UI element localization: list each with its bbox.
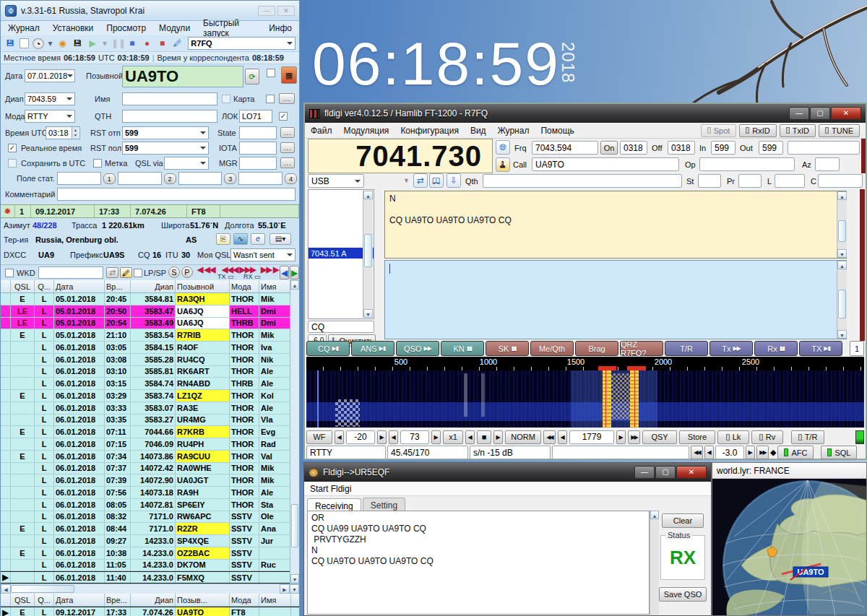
c-field[interactable] bbox=[818, 174, 863, 188]
calculator-button[interactable]: ▦ bbox=[281, 66, 297, 84]
column-header-date[interactable]: Дата bbox=[54, 594, 105, 606]
scroll-right-icon[interactable]: ▶ bbox=[493, 430, 503, 444]
table-row[interactable]: L06.01.201807:5614073.18RA9HTHORAle bbox=[1, 487, 299, 499]
stat-field-1[interactable] bbox=[57, 172, 101, 185]
rx-text-pane[interactable]: N CQ UA9TO UA9TO UA9TO CQ bbox=[384, 191, 847, 259]
macro-button-qrzr7fq[interactable]: QRZ R7FQ? bbox=[620, 341, 663, 356]
scroll-down-icon[interactable]: ▼ bbox=[363, 309, 373, 318]
lock-toggle[interactable]: Lk bbox=[717, 430, 749, 444]
gain-up-icon[interactable]: ▶ bbox=[377, 430, 387, 444]
close-button[interactable]: ✕ bbox=[831, 107, 861, 120]
macro-button-kn[interactable]: KN▮▮ bbox=[441, 341, 484, 356]
close-button[interactable]: ✕ bbox=[277, 6, 295, 16]
toggle-spot[interactable]: Spot bbox=[701, 124, 737, 137]
column-header-freq[interactable]: Диап bbox=[131, 594, 176, 606]
column-header-q[interactable]: Q... bbox=[35, 594, 54, 606]
menu-item-3[interactable]: Модули bbox=[159, 23, 190, 33]
scroll-up-icon[interactable]: ▲ bbox=[290, 280, 299, 290]
call-field[interactable]: UA9TO bbox=[532, 157, 679, 171]
stat-field-3[interactable] bbox=[178, 172, 223, 185]
waterfall-display[interactable] bbox=[306, 370, 864, 428]
toggle-tune[interactable]: TUNE bbox=[819, 124, 860, 137]
table-row[interactable]: ▶EL09.12.201717:337.074.26UA9TOFT8 bbox=[1, 607, 299, 616]
table-row[interactable]: L06.01.201808:327171.0RW6APCSSTVOle bbox=[1, 511, 299, 524]
loop-button[interactable]: ⇄ bbox=[106, 267, 118, 278]
maximize-button[interactable]: ▢ bbox=[810, 107, 830, 120]
column-header-call[interactable]: Позыв... bbox=[176, 594, 230, 606]
macro-button-tx[interactable]: TX▶▮ bbox=[799, 341, 842, 356]
stat-button-3[interactable]: 3 bbox=[224, 173, 236, 184]
freq-down-fast-icon[interactable]: ◀◀ bbox=[543, 430, 556, 444]
s-button[interactable]: S bbox=[168, 266, 180, 278]
table-row[interactable]: EL06.01.201810:3814.233.0OZ2BACSSTV bbox=[1, 547, 299, 560]
map-checkbox-left[interactable] bbox=[222, 95, 230, 103]
bridge-scrollbar[interactable]: ▲ bbox=[650, 511, 659, 615]
macro-button-qso[interactable]: QSO▶▶ bbox=[396, 341, 439, 356]
fldigi-titlebar[interactable]: fldigi ver4.0.12.5 / Hamlib FT-1200 - R7… bbox=[305, 104, 866, 123]
scroll-up-icon[interactable]: ▲ bbox=[837, 261, 847, 269]
rst-out-field[interactable]: 599 bbox=[759, 141, 783, 155]
table-row[interactable]: EL05.01.201820:453584.81RA3QHTHORMik bbox=[1, 293, 299, 305]
macro-button-tr[interactable]: T/R bbox=[665, 341, 708, 356]
freq-up-fast-icon[interactable]: ▶▶ bbox=[628, 430, 640, 444]
column-header-qsl[interactable]: QSL bbox=[11, 594, 35, 606]
macro-button-rx[interactable]: Rx▮▮ bbox=[754, 341, 798, 356]
mgr-field[interactable] bbox=[239, 157, 277, 170]
scroll-right-icon[interactable]: ▶ bbox=[280, 584, 290, 594]
state-more-button[interactable]: ... bbox=[280, 127, 295, 138]
rig-combo-arrow-icon[interactable]: ▼ bbox=[403, 177, 410, 184]
qth-field[interactable] bbox=[122, 110, 217, 123]
fldigi-menu-4[interactable]: Журнал bbox=[498, 126, 530, 136]
locator-field[interactable]: LO71 bbox=[239, 110, 272, 123]
locator-checkbox[interactable]: ✓ bbox=[279, 112, 288, 121]
table-row[interactable]: EL06.01.201807:3414073.86RA9CUUTHORVal bbox=[1, 451, 299, 463]
column-header-date[interactable]: Дата bbox=[54, 280, 105, 292]
column-header-mode[interactable]: Мода bbox=[230, 594, 259, 606]
tx-text-pane[interactable] bbox=[384, 260, 847, 339]
speed-button[interactable]: NORM bbox=[505, 430, 541, 444]
table-row[interactable]: L06.01.201809:2714233.0SP4XQESSTVJur bbox=[1, 535, 299, 547]
store-button[interactable]: Store bbox=[679, 430, 715, 444]
az-field[interactable] bbox=[815, 157, 840, 171]
macro-button-cq[interactable]: CQ▶▮ bbox=[306, 341, 350, 356]
audio-freq-field[interactable]: 1779 bbox=[569, 430, 614, 444]
nav-next-icon[interactable]: ▶▶ ▶ bbox=[261, 265, 278, 274]
globe-view[interactable]: UA9TO bbox=[712, 479, 866, 615]
tx-scrollbar[interactable]: ▲ ▼ bbox=[837, 261, 847, 339]
save-qso-button[interactable]: Save QSO bbox=[659, 587, 707, 602]
table-row[interactable]: L06.01.201807:157046.09RU4PHTHORRad bbox=[1, 438, 299, 451]
callsign-field[interactable]: UA9TO bbox=[122, 66, 243, 87]
stat-field-4[interactable] bbox=[238, 172, 282, 185]
logbook-icon[interactable]: 🕮︎ bbox=[429, 173, 444, 188]
log-table-header[interactable]: QSLQ...ДатаВр...ДиапПозывнойМодаИмя bbox=[1, 280, 299, 293]
frq-field[interactable]: 7043.594 bbox=[532, 141, 598, 155]
stat-field-2[interactable] bbox=[118, 172, 162, 185]
time-off-field[interactable]: 0318 bbox=[668, 141, 695, 155]
copy-icon[interactable]: ⎘ bbox=[216, 233, 230, 245]
macro-button-sk[interactable]: SK▮▮ bbox=[486, 341, 529, 356]
scroll-up-icon[interactable]: ▲ bbox=[363, 191, 373, 199]
play-dropdown-icon[interactable]: ▾ bbox=[102, 38, 108, 49]
menu-item-5[interactable]: Инфо bbox=[269, 23, 292, 33]
top-checkbox[interactable] bbox=[267, 69, 275, 77]
globe-icon[interactable]: 🌐︎ bbox=[496, 140, 510, 155]
center-button[interactable]: ■ bbox=[477, 430, 491, 444]
scroll-down-icon[interactable]: ▼ bbox=[290, 574, 299, 584]
table-row[interactable]: L06.01.201803:333583.07RA3ETHORAle bbox=[1, 402, 299, 415]
my-qsl-select[interactable]: Wasn't sent bbox=[230, 248, 296, 261]
scroll-left-icon[interactable]: ◀ bbox=[1, 584, 11, 594]
table-row[interactable]: LEL05.01.201820:543583.49UA6JQTHRBDmi bbox=[1, 318, 299, 330]
record-icon[interactable]: ● bbox=[142, 38, 153, 49]
table-row[interactable]: LEL05.01.201820:503583.47UA6JQHELLDmi bbox=[1, 305, 299, 318]
channel-search-field[interactable]: CQ bbox=[308, 321, 374, 333]
minimize-button[interactable]: — bbox=[258, 6, 275, 16]
qth-field[interactable] bbox=[483, 174, 682, 188]
gain-field[interactable]: -20 bbox=[346, 430, 375, 444]
table-row[interactable]: L06.01.201803:083585.28RU4CQTHORNik bbox=[1, 354, 299, 366]
column-header-time[interactable]: Вре... bbox=[105, 594, 131, 606]
table-row[interactable]: ▶L06.01.201811:4014.233.0F5MXQSSTV bbox=[1, 571, 299, 584]
afc-toggle[interactable]: AFC bbox=[777, 446, 814, 459]
search-table-header[interactable]: QSLQ...ДатаВре...ДиапПозыв...МодаИмя bbox=[1, 594, 299, 607]
minimize-button[interactable]: — bbox=[789, 107, 809, 120]
menu-item-4[interactable]: Быстрый запуск bbox=[203, 18, 256, 38]
